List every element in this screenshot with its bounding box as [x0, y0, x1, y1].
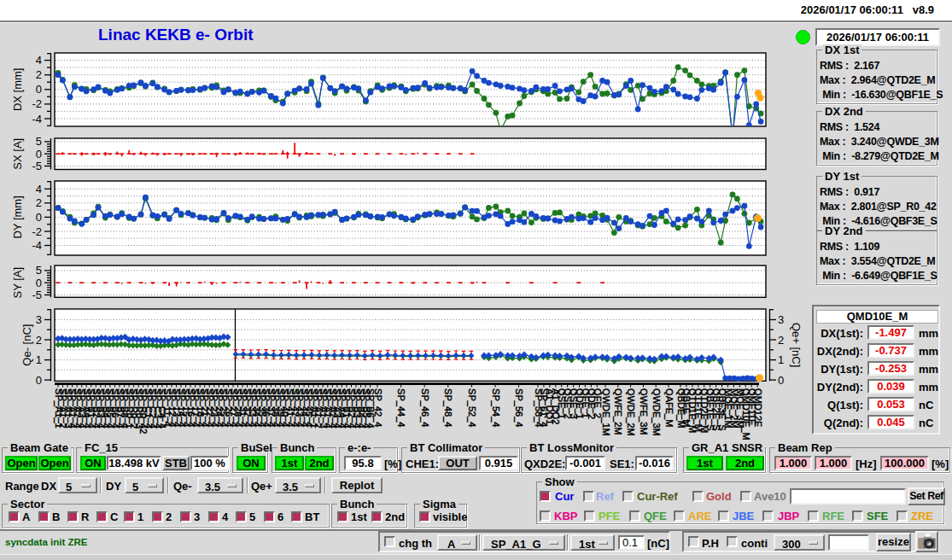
svg-text:QMD12E: QMD12E [753, 388, 763, 427]
svg-text:0: 0 [36, 211, 42, 224]
svg-text:-5: -5 [32, 160, 42, 172]
svg-text:1: 1 [778, 353, 784, 366]
svg-text:-4: -4 [32, 239, 42, 252]
svg-text:0: 0 [36, 148, 42, 160]
svg-text:-2: -2 [32, 97, 42, 110]
svg-text:QWDE_3M: QWDE_3M [651, 388, 662, 436]
svg-text:-4: -4 [32, 113, 42, 125]
svg-text:4: 4 [36, 183, 42, 195]
svg-text:Qe- [nC]: Qe- [nC] [20, 324, 33, 366]
svg-text:QWDE_1M: QWDE_1M [601, 388, 611, 436]
svg-text:4: 4 [36, 54, 42, 67]
svg-text:-2: -2 [32, 225, 42, 238]
svg-text:3: 3 [36, 313, 42, 326]
svg-text:DY [mm]: DY [mm] [11, 195, 24, 238]
svg-text:DX [mm]: DX [mm] [11, 68, 24, 112]
svg-text:0: 0 [36, 277, 42, 289]
svg-text:SP_56_4: SP_56_4 [514, 388, 524, 427]
svg-text:3: 3 [778, 313, 784, 326]
svg-text:SP_44_4: SP_44_4 [396, 388, 406, 427]
svg-text:5: 5 [36, 135, 42, 148]
svg-text:SP_48_4: SP_48_4 [443, 388, 453, 427]
svg-text:0: 0 [778, 374, 784, 387]
svg-text:2: 2 [36, 68, 42, 81]
svg-text:Qe+ [nC]: Qe+ [nC] [790, 323, 803, 367]
svg-text:0: 0 [36, 374, 42, 387]
svg-text:2: 2 [36, 334, 42, 347]
svg-text:5: 5 [36, 264, 42, 277]
svg-text:SP_54_4: SP_54_4 [491, 388, 501, 427]
svg-text:QWDE_2M: QWDE_2M [626, 388, 636, 436]
svg-text:SP_42_4: SP_42_4 [373, 388, 383, 427]
svg-text:1: 1 [36, 353, 42, 366]
svg-text:QWFE_3M: QWFE_3M [639, 388, 649, 435]
svg-text:QWFE_2M: QWFE_2M [613, 388, 623, 435]
svg-text:SX [A]: SX [A] [11, 138, 24, 170]
svg-text:0: 0 [36, 83, 42, 96]
svg-text:SP_52_4: SP_52_4 [467, 388, 477, 427]
svg-text:SP_46_4: SP_46_4 [420, 388, 430, 427]
svg-text:2: 2 [778, 334, 784, 347]
svg-text:QAFE_M: QAFE_M [664, 388, 675, 427]
svg-text:SY [A]: SY [A] [11, 267, 24, 299]
svg-text:-5: -5 [32, 289, 42, 301]
svg-text:2: 2 [36, 196, 42, 209]
